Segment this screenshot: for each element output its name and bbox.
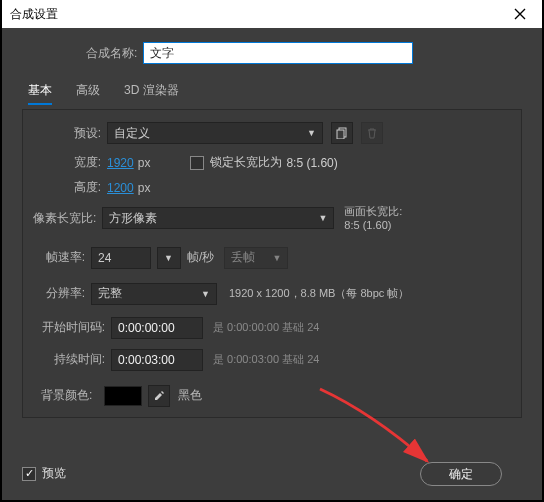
start-tc-label: 开始时间码: (33, 319, 105, 336)
resolution-select[interactable]: 完整 ▼ (91, 283, 217, 305)
par-label: 像素长宽比: (33, 210, 96, 227)
height-value[interactable]: 1200 (107, 181, 134, 195)
tab-bar: 基本 高级 3D 渲染器 (28, 82, 522, 105)
comp-name-input[interactable] (143, 42, 413, 64)
width-unit: px (138, 156, 151, 170)
width-label: 宽度: (67, 154, 101, 171)
ok-button[interactable]: 确定 (420, 462, 502, 486)
fps-input[interactable]: 24 (91, 247, 151, 269)
duration-label: 持续时间: (33, 351, 105, 368)
fps-unit: 帧/秒 (187, 249, 214, 266)
fps-label: 帧速率: (41, 249, 85, 266)
par-select[interactable]: 方形像素 ▼ (102, 207, 334, 229)
bg-color-name: 黑色 (178, 387, 202, 404)
comp-name-label: 合成名称: (86, 45, 137, 62)
preset-label: 预设: (67, 125, 101, 142)
preset-select[interactable]: 自定义 ▼ (107, 122, 323, 144)
basic-panel: 预设: 自定义 ▼ 宽度: 1920 px (22, 109, 522, 418)
save-preset-button[interactable] (331, 122, 353, 144)
close-icon (514, 8, 526, 20)
tab-advanced[interactable]: 高级 (76, 82, 100, 105)
delete-preset-button (361, 122, 383, 144)
save-preset-icon (336, 127, 348, 139)
duration-info: 是 0:00:03:00 基础 24 (213, 352, 319, 367)
bg-color-label: 背景颜色: (41, 387, 92, 404)
lock-aspect-label: 锁定长宽比为 (210, 154, 282, 171)
height-label: 高度: (67, 179, 101, 196)
trash-icon (366, 127, 378, 139)
chevron-down-icon: ▼ (318, 213, 327, 223)
chevron-down-icon: ▼ (272, 253, 281, 263)
width-value[interactable]: 1920 (107, 156, 134, 170)
start-tc-info: 是 0:00:00:00 基础 24 (213, 320, 319, 335)
tab-basic[interactable]: 基本 (28, 82, 52, 105)
height-unit: px (138, 181, 151, 195)
resolution-info: 1920 x 1200，8.8 MB（每 8bpc 帧） (229, 286, 409, 301)
par-value: 方形像素 (109, 210, 157, 227)
titlebar: 合成设置 (2, 0, 542, 28)
frame-aspect-label: 画面长宽比: (344, 204, 402, 218)
dialog-title: 合成设置 (10, 6, 506, 23)
fps-dropdown-button[interactable]: ▼ (157, 247, 181, 269)
start-tc-input[interactable] (111, 317, 203, 339)
fps-value: 24 (98, 251, 111, 265)
svg-rect-1 (337, 130, 344, 139)
preview-label: 预览 (42, 465, 66, 482)
preview-checkbox[interactable] (22, 467, 36, 481)
resolution-value: 完整 (98, 285, 122, 302)
drop-frame-value: 丢帧 (231, 249, 255, 266)
close-button[interactable] (506, 0, 534, 28)
resolution-label: 分辨率: (41, 285, 85, 302)
duration-input[interactable] (111, 349, 203, 371)
tab-3d-renderer[interactable]: 3D 渲染器 (124, 82, 179, 105)
preset-value: 自定义 (114, 125, 150, 142)
lock-aspect-checkbox[interactable] (190, 156, 204, 170)
bg-color-swatch[interactable] (104, 386, 142, 406)
eyedropper-button[interactable] (148, 385, 170, 407)
drop-frame-select: 丢帧 ▼ (224, 247, 288, 269)
ok-label: 确定 (449, 466, 473, 483)
frame-aspect-value: 8:5 (1.60) (344, 218, 402, 232)
chevron-down-icon: ▼ (164, 253, 173, 263)
eyedropper-icon (153, 390, 165, 402)
chevron-down-icon: ▼ (201, 289, 210, 299)
lock-aspect-ratio: 8:5 (1.60) (286, 156, 337, 170)
chevron-down-icon: ▼ (307, 128, 316, 138)
